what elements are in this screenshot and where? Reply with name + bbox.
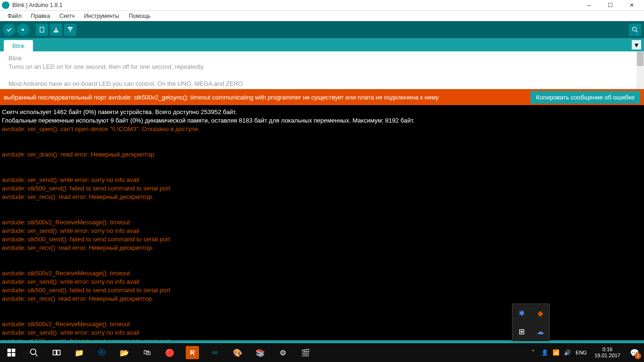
tray-clock[interactable]: 0:16 19.01.2017 — [590, 346, 625, 359]
code-editor[interactable]: Blink Turns on an LED on for one second,… — [0, 51, 644, 89]
serial-monitor-button[interactable] — [629, 24, 641, 36]
console-error-line: avrdude: ser_recv(): read error: Неверны… — [2, 295, 154, 302]
tray-chevron-icon[interactable]: ˄ — [528, 343, 539, 362]
notification-badge: 3 — [635, 353, 641, 359]
tray-notifications-icon[interactable]: 💬3 — [625, 343, 644, 362]
save-button[interactable] — [64, 24, 76, 36]
menu-tools[interactable]: Инструменты — [79, 12, 124, 20]
tabbar: Blink ▾ — [0, 38, 644, 51]
console-line: Глобальные переменные используют 9 байт … — [2, 117, 414, 124]
taskbar-revit-icon[interactable]: R — [186, 346, 199, 359]
svg-rect-7 — [12, 353, 16, 357]
menu-help[interactable]: Помощь — [124, 12, 155, 20]
svg-rect-9 — [53, 350, 57, 355]
taskbar-video-icon[interactable]: 🎬 — [294, 343, 317, 362]
open-button[interactable] — [50, 24, 62, 36]
tray-wifi-icon[interactable]: 📶 — [550, 343, 561, 362]
arduino-app-icon — [2, 1, 9, 9]
window-controls: ─ ☐ ✕ — [578, 0, 642, 10]
verify-button[interactable] — [3, 24, 15, 36]
console-error-line: avrdude: ser_send(): write error: sorry … — [2, 227, 139, 234]
console-error-line: avrdude: ser_recv(): read error: Неверны… — [2, 193, 154, 200]
tray-date: 19.01.2017 — [594, 353, 620, 359]
console-error-line: avrdude: stk500_send(): failed to send c… — [2, 287, 170, 294]
console-error-line: avrdude: ser_recv(): read error: Неверны… — [2, 244, 154, 251]
tray-volume-icon[interactable]: 🔊 — [561, 343, 573, 362]
console-error-line: avrdude: stk500v2_ReceiveMessage(): time… — [2, 270, 130, 277]
adobe-tray-icon[interactable]: ◆ — [531, 304, 549, 322]
console-error-line: avrdude: ser_drain(): read error: Неверн… — [2, 151, 156, 158]
defender-tray-icon[interactable]: ⊞ — [512, 322, 531, 341]
menu-edit[interactable]: Правка — [26, 12, 55, 20]
start-button[interactable] — [0, 343, 23, 362]
console-error-line: avrdude: stk500_send(): failed to send c… — [2, 337, 170, 340]
svg-rect-6 — [8, 353, 11, 357]
minimize-button[interactable]: ─ — [578, 0, 600, 10]
menu-sketch[interactable]: Скетч — [55, 12, 79, 20]
window-title: Blink | Arduino 1.8.1 — [12, 2, 578, 8]
console-error-line: avrdude: ser_send(): write error: sorry … — [2, 176, 139, 183]
console-error-line: avrdude: stk500v2_ReceiveMessage(): time… — [2, 219, 130, 226]
tray-people-icon[interactable]: 👤 — [539, 343, 550, 362]
menu-file[interactable]: Файл — [3, 12, 26, 20]
system-tray-popup: ✱ ◆ ⊞ ☁ — [512, 304, 550, 341]
svg-rect-4 — [8, 349, 11, 353]
bluetooth-tray-icon[interactable]: ✱ — [512, 304, 531, 322]
taskbar-arduino-icon[interactable]: ∞ — [204, 343, 226, 362]
onedrive-tray-icon[interactable]: ☁ — [531, 322, 549, 341]
close-button[interactable]: ✕ — [621, 0, 642, 10]
console-line: Скетч использует 1462 байт (0%) памяти у… — [2, 108, 237, 115]
taskbar-store-icon[interactable]: 🛍 — [136, 343, 158, 362]
taskbar-edge-icon[interactable]: ⓔ — [91, 343, 113, 362]
taskbar-chrome-icon[interactable]: 🔴 — [158, 343, 181, 362]
tray-language[interactable]: ENG — [573, 350, 590, 355]
windows-taskbar: 📁 ⓔ 📂 🛍 🔴 R ∞ 🎨 📚 ⚙ 🎬 ˄ 👤 📶 🔊 ENG 0:16 1… — [0, 343, 644, 362]
error-bar: выбранный последовательный порт avrdude:… — [0, 89, 644, 105]
console-error-line: avrdude: stk500_send(): failed to send c… — [2, 185, 170, 192]
copy-error-button[interactable]: Копировать сообщение об ошибке — [530, 91, 640, 104]
tab-menu-button[interactable]: ▾ — [632, 40, 641, 49]
console-error-line: avrdude: stk500v2_ReceiveMessage(): time… — [2, 321, 130, 328]
console-error-line: avrdude: ser_open(): can't open device "… — [2, 125, 200, 132]
console-error-line: avrdude: stk500_send(): failed to send c… — [2, 236, 170, 243]
titlebar: Blink | Arduino 1.8.1 ─ ☐ ✕ — [0, 0, 644, 11]
search-button[interactable] — [23, 343, 45, 362]
console-error-line: avrdude: ser_send(): write error: sorry … — [2, 329, 139, 336]
upload-button[interactable] — [17, 24, 29, 36]
taskbar-winrar-icon[interactable]: 📚 — [249, 343, 272, 362]
svg-rect-10 — [57, 350, 60, 355]
tab-blink[interactable]: Blink — [4, 40, 33, 51]
tray-time: 0:16 — [594, 346, 620, 353]
svg-rect-2 — [68, 27, 72, 28]
svg-rect-5 — [12, 349, 16, 353]
taskbar-paint-icon[interactable]: 🎨 — [226, 343, 249, 362]
svg-rect-0 — [40, 27, 44, 33]
code-line: Blink — [8, 55, 22, 62]
code-line: Most Arduinos have an on-board LED you c… — [8, 80, 243, 87]
taskbar-folder-icon[interactable]: 📂 — [113, 343, 136, 362]
svg-point-8 — [31, 349, 36, 355]
taskbar-app-icon[interactable]: ⚙ — [272, 343, 294, 362]
error-message: выбранный последовательный порт avrdude:… — [4, 94, 530, 101]
taskview-button[interactable] — [45, 343, 68, 362]
code-line: Turns on an LED on for one second, then … — [8, 63, 205, 70]
toolbar — [0, 21, 644, 38]
svg-rect-1 — [54, 31, 58, 32]
svg-point-3 — [633, 27, 636, 31]
console-error-line: avrdude: ser_send(): write error: sorry … — [2, 278, 139, 285]
maximize-button[interactable]: ☐ — [600, 0, 621, 10]
scrollbar-thumb[interactable] — [637, 52, 644, 66]
code-scrollbar[interactable] — [636, 51, 644, 89]
new-button[interactable] — [36, 24, 48, 36]
taskbar-explorer-icon[interactable]: 📁 — [68, 343, 91, 362]
menubar: Файл Правка Скетч Инструменты Помощь — [0, 11, 644, 21]
